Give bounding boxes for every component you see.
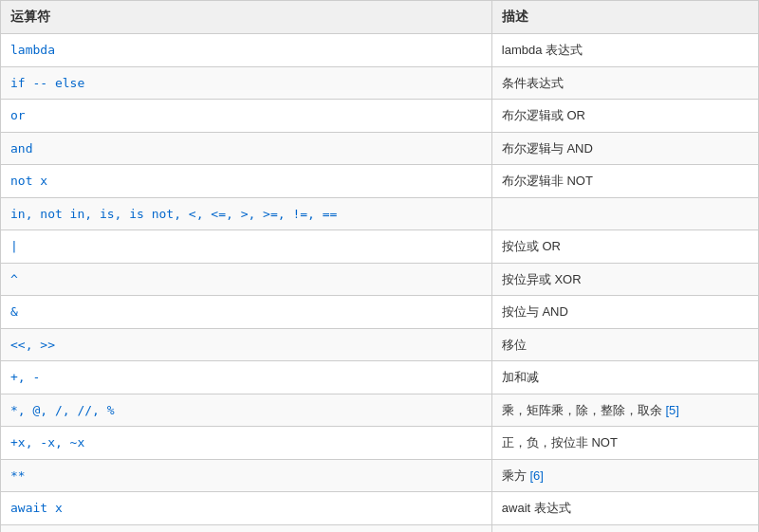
description-cell: 乘方 [6] <box>491 459 758 492</box>
operator-cell: in, not in, is, is not, <, <=, >, >=, !=… <box>1 197 492 230</box>
table-row: in, not in, is, is not, <, <=, >, >=, !=… <box>1 197 759 230</box>
operator-cell: not x <box>1 165 492 198</box>
description-cell: 布尔逻辑或 OR <box>491 100 758 133</box>
description-cell: 加和减 <box>491 361 758 394</box>
operator-cell: or <box>1 100 492 133</box>
operator-cell: ** <box>1 459 492 492</box>
operator-cell: x[index], x[index:index], x(arguments...… <box>1 524 492 532</box>
operator-cell: lambda <box>1 34 492 67</box>
description-cell: 正，负，按位非 NOT <box>491 427 758 460</box>
description-cell: 移位 <box>491 328 758 361</box>
table-row: x[index], x[index:index], x(arguments...… <box>1 524 759 532</box>
operator-cell: *, @, /, //, % <box>1 394 492 427</box>
description-cell: 按位异或 XOR <box>491 263 758 296</box>
col2-header: 描述 <box>491 1 758 34</box>
table-row: *, @, /, //, %乘，矩阵乘，除，整除，取余 [5] <box>1 394 759 427</box>
operator-cell: | <box>1 230 492 264</box>
operator-cell: +, - <box>1 361 492 394</box>
table-row: lambdalambda 表达式 <box>1 34 759 67</box>
description-cell: 抽取，切片，调用，属性引用 <box>491 524 758 532</box>
description-cell: 条件表达式 <box>491 66 758 100</box>
operator-cell: +x, -x, ~x <box>1 427 492 460</box>
operators-table: 运算符 描述 lambdalambda 表达式if -- else条件表达式or… <box>0 0 759 532</box>
description-cell: 乘，矩阵乘，除，整除，取余 [5] <box>491 394 758 427</box>
table-row: ^按位异或 XOR <box>1 263 759 296</box>
description-cell <box>491 197 758 230</box>
table-row: |按位或 OR <box>1 230 759 264</box>
description-cell: lambda 表达式 <box>491 34 758 67</box>
description-cell: await 表达式 <box>491 492 758 525</box>
table-row: and布尔逻辑与 AND <box>1 132 759 165</box>
col1-header: 运算符 <box>1 1 492 34</box>
table-row: +, -加和减 <box>1 361 759 394</box>
description-cell: 布尔逻辑与 AND <box>491 132 758 165</box>
description-cell: 按位与 AND <box>491 296 758 329</box>
operator-cell: ^ <box>1 263 492 296</box>
table-row: &按位与 AND <box>1 296 759 329</box>
description-cell: 按位或 OR <box>491 230 758 264</box>
operator-cell: and <box>1 132 492 165</box>
table-row: if -- else条件表达式 <box>1 66 759 100</box>
table-row: **乘方 [6] <box>1 459 759 492</box>
description-cell: 布尔逻辑非 NOT <box>491 165 758 198</box>
table-row: <<, >>移位 <box>1 328 759 361</box>
table-row: await xawait 表达式 <box>1 492 759 525</box>
operator-cell: await x <box>1 492 492 525</box>
operator-cell: if -- else <box>1 66 492 100</box>
operator-cell: & <box>1 296 492 329</box>
table-row: not x布尔逻辑非 NOT <box>1 165 759 198</box>
table-row: or布尔逻辑或 OR <box>1 100 759 133</box>
table-row: +x, -x, ~x正，负，按位非 NOT <box>1 427 759 460</box>
operator-cell: <<, >> <box>1 328 492 361</box>
